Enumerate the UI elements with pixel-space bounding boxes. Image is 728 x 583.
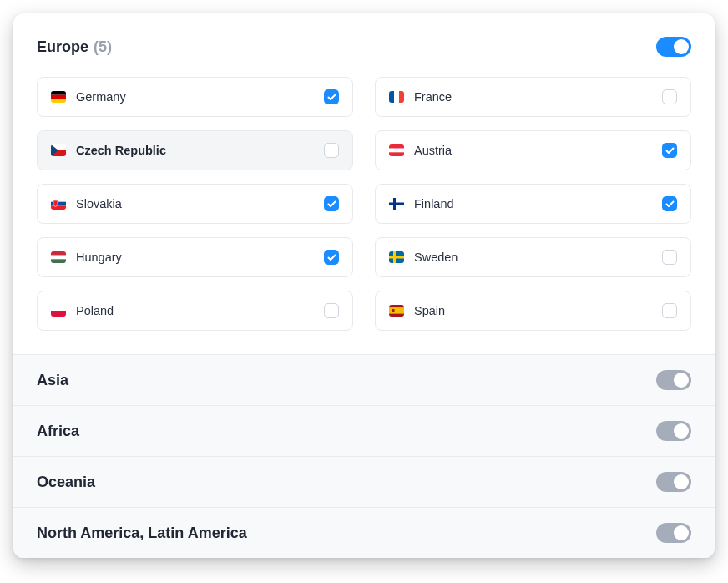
region-toggle-oceania[interactable] xyxy=(656,472,691,492)
svg-rect-18 xyxy=(51,256,66,260)
country-grid-europe: Germany France Czech Republic xyxy=(13,72,715,354)
svg-rect-17 xyxy=(51,251,66,256)
flag-icon-austria xyxy=(389,144,404,156)
flag-icon-spain xyxy=(389,305,404,317)
svg-rect-8 xyxy=(389,144,404,149)
flag-icon-sweden xyxy=(389,251,404,263)
country-item-slovakia[interactable]: Slovakia xyxy=(37,184,353,224)
checkbox-hungary[interactable] xyxy=(324,250,339,265)
country-item-germany[interactable]: Germany xyxy=(37,77,353,117)
toggle-knob-icon xyxy=(674,423,689,439)
svg-rect-5 xyxy=(399,91,404,103)
region-header-africa[interactable]: Africa xyxy=(13,405,715,456)
region-title: Asia xyxy=(37,372,68,389)
country-name: Finland xyxy=(414,197,454,210)
region-name: Africa xyxy=(37,423,79,440)
checkbox-poland[interactable] xyxy=(324,303,339,318)
region-title: North America, Latin America xyxy=(37,525,247,542)
flag-icon-czech xyxy=(51,144,66,156)
svg-rect-4 xyxy=(394,91,399,103)
flag-icon-hungary xyxy=(51,251,66,263)
toggle-knob-icon xyxy=(674,39,689,54)
region-header-europe[interactable]: Europe (5) xyxy=(13,13,715,72)
checkbox-czech[interactable] xyxy=(324,143,339,158)
flag-icon-slovakia xyxy=(51,198,66,210)
svg-rect-28 xyxy=(392,309,395,312)
svg-rect-27 xyxy=(389,314,404,317)
toggle-knob-icon xyxy=(674,474,689,489)
country-name: Poland xyxy=(76,304,114,317)
flag-icon-france xyxy=(389,91,404,103)
region-name: Oceania xyxy=(37,474,95,491)
region-toggle-americas[interactable] xyxy=(656,523,691,543)
region-selector-panel: Europe (5) Germany France xyxy=(13,13,715,558)
country-name: Hungary xyxy=(76,251,122,264)
flag-icon-finland xyxy=(389,198,404,210)
region-header-asia[interactable]: Asia xyxy=(13,354,715,405)
checkbox-austria[interactable] xyxy=(662,143,677,158)
country-item-czech[interactable]: Czech Republic xyxy=(37,130,353,170)
svg-rect-3 xyxy=(389,91,394,103)
svg-rect-1 xyxy=(51,95,66,99)
country-item-finland[interactable]: Finland xyxy=(375,184,691,224)
region-count: (5) xyxy=(94,38,112,56)
svg-rect-0 xyxy=(51,91,66,95)
country-name: France xyxy=(414,90,452,104)
country-item-hungary[interactable]: Hungary xyxy=(37,237,353,277)
country-name: Slovakia xyxy=(76,197,122,210)
svg-rect-24 xyxy=(51,311,66,317)
flag-icon-germany xyxy=(51,91,66,103)
region-toggle-europe[interactable] xyxy=(656,37,691,57)
checkbox-france[interactable] xyxy=(662,89,677,104)
region-toggle-asia[interactable] xyxy=(656,370,691,390)
svg-rect-19 xyxy=(51,259,66,263)
svg-rect-16 xyxy=(389,203,404,205)
country-name: Spain xyxy=(414,304,445,317)
svg-rect-25 xyxy=(389,305,404,308)
country-name: Sweden xyxy=(414,251,458,264)
region-name: Europe xyxy=(37,38,88,56)
country-name: Austria xyxy=(414,144,452,157)
region-header-oceania[interactable]: Oceania xyxy=(13,456,715,507)
country-item-spain[interactable]: Spain xyxy=(375,291,691,331)
country-item-france[interactable]: France xyxy=(375,77,691,117)
toggle-knob-icon xyxy=(674,525,689,540)
checkbox-slovakia[interactable] xyxy=(324,196,339,211)
toggle-knob-icon xyxy=(674,373,689,388)
checkbox-spain[interactable] xyxy=(662,303,677,318)
svg-rect-26 xyxy=(389,308,404,314)
checkbox-germany[interactable] xyxy=(324,89,339,104)
region-title: Africa xyxy=(37,423,79,440)
region-toggle-africa[interactable] xyxy=(656,421,691,441)
region-header-americas[interactable]: North America, Latin America xyxy=(13,507,715,558)
region-title: Oceania xyxy=(37,474,95,491)
svg-rect-13 xyxy=(51,205,66,210)
svg-rect-23 xyxy=(51,305,66,311)
svg-rect-9 xyxy=(389,149,404,153)
checkbox-finland[interactable] xyxy=(662,196,677,211)
flag-icon-poland xyxy=(51,305,66,317)
checkbox-sweden[interactable] xyxy=(662,250,677,265)
region-name: North America, Latin America xyxy=(37,525,247,542)
svg-rect-10 xyxy=(389,152,404,156)
svg-rect-22 xyxy=(389,256,404,259)
country-name: Germany xyxy=(76,90,126,104)
country-name: Czech Republic xyxy=(76,144,166,157)
country-item-poland[interactable]: Poland xyxy=(37,291,353,331)
country-item-austria[interactable]: Austria xyxy=(375,130,691,170)
svg-rect-2 xyxy=(51,99,66,103)
country-item-sweden[interactable]: Sweden xyxy=(375,237,691,277)
region-name: Asia xyxy=(37,372,68,389)
region-title: Europe (5) xyxy=(37,38,112,56)
